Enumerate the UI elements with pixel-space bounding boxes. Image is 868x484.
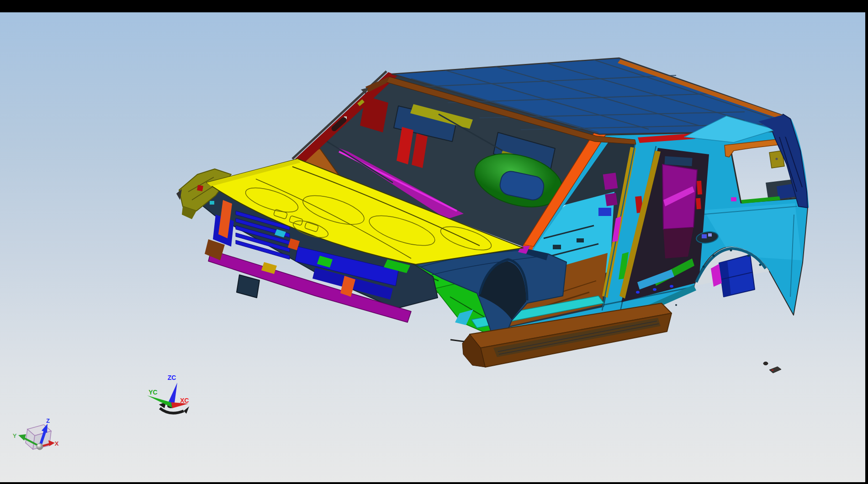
handle-blue-glint: [702, 234, 707, 238]
graphics-scene: ZC YC XC Z Y X: [0, 0, 868, 484]
red-sliver: [697, 181, 702, 195]
dash-side-purple[interactable]: [603, 173, 618, 190]
wcs-x-label: XC: [180, 397, 189, 404]
wcs-triad[interactable]: ZC YC XC: [147, 374, 189, 414]
view-orientation-triad[interactable]: Z Y X: [13, 417, 59, 450]
view-z-label: Z: [46, 417, 50, 424]
wcs-z-label: ZC: [168, 374, 176, 381]
application-window: ZC YC XC Z Y X: [0, 0, 868, 484]
fender-teal-bit: [210, 201, 214, 205]
wcs-rotate-handle[interactable]: [160, 408, 184, 413]
red-sliver: [696, 198, 701, 210]
seat-bracket: [553, 245, 561, 249]
board-rod: [450, 340, 464, 342]
view-x-label: X: [55, 440, 59, 447]
dash-side-purple[interactable]: [605, 193, 617, 206]
handle-blue-glint: [708, 233, 712, 237]
car-body-model[interactable]: [176, 58, 808, 373]
fender-red-bit: [197, 185, 203, 191]
view-origin-ball[interactable]: [37, 443, 43, 450]
seat-bracket: [577, 238, 584, 242]
wcs-y-label: YC: [148, 389, 157, 396]
bolt-hole: [776, 158, 778, 160]
front-step-bracket[interactable]: [237, 275, 259, 298]
view-y-label: Y: [13, 432, 17, 439]
window-magenta-bit: [731, 197, 736, 201]
view-y-arrowhead: [18, 434, 26, 441]
view-x-arrowhead: [48, 440, 55, 446]
wcs-rotate-arrow[interactable]: [184, 406, 189, 414]
debris-parts[interactable]: [763, 362, 781, 374]
dash-blue-part[interactable]: [598, 208, 611, 216]
